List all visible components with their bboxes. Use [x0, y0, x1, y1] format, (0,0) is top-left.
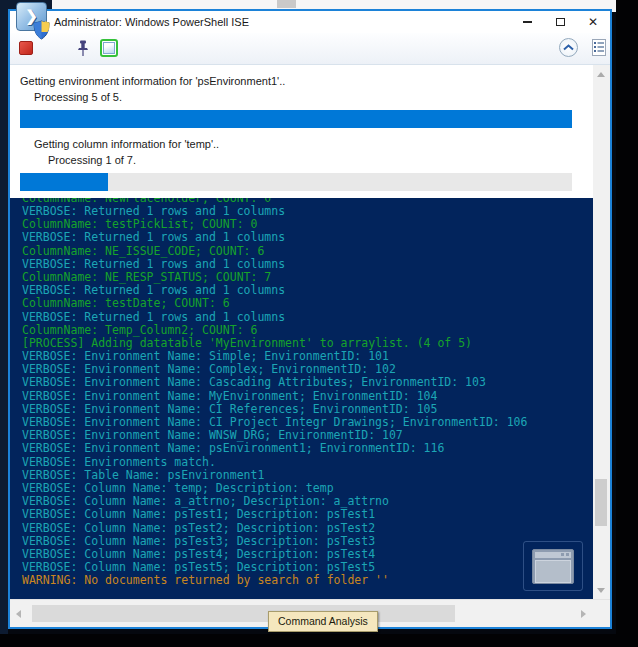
pin-button[interactable] — [76, 40, 90, 57]
progress-task: Getting column information for 'temp'.. … — [20, 138, 583, 191]
maximize-icon — [556, 18, 565, 26]
console-line: VERBOSE: Column Name: psTest2; Descripti… — [22, 522, 593, 535]
close-icon: ✕ — [588, 16, 598, 28]
desktop-backdrop: Administrator: Windows PowerShell ISE ✕ — [0, 0, 638, 647]
window-icon — [103, 42, 115, 54]
console-line: VERBOSE: Returned 1 rows and 1 columns — [22, 231, 593, 244]
minimize-icon — [523, 21, 532, 23]
console-line: VERBOSE: Environment Name: Cascading Att… — [22, 376, 593, 389]
progress-status: Processing 5 of 5. — [34, 91, 583, 103]
console-window-overlay — [523, 541, 583, 591]
scroll-left-icon[interactable] — [16, 610, 21, 618]
uac-shield-icon — [33, 20, 50, 40]
panel-toggle-button[interactable] — [592, 39, 606, 56]
background-tab-notch — [277, 0, 296, 8]
maximize-button[interactable] — [553, 15, 567, 29]
console-line: VERBOSE: Column Name: psTest1; Descripti… — [22, 508, 593, 521]
window-controls: ✕ — [520, 11, 600, 33]
float-window-toggle[interactable] — [100, 39, 118, 57]
collapse-button[interactable] — [559, 38, 578, 57]
progress-bar-fill — [20, 173, 108, 191]
progress-status: Processing 1 of 7. — [48, 154, 583, 166]
mini-window-icon — [532, 549, 574, 584]
console-line: VERBOSE: Column Name: psTest3; Descripti… — [22, 535, 593, 548]
mini-window-body — [535, 560, 571, 583]
progress-scrollbar[interactable] — [593, 65, 610, 198]
console-line: WARNING: No documents returned by search… — [22, 574, 593, 587]
chevron-up-icon — [563, 44, 574, 51]
progress-task: Getting environment information for 'psE… — [20, 75, 583, 128]
window-shadow-right — [616, 0, 638, 647]
console-row: ColumnName: NewPlaceholder; COUNT: 0VERB… — [10, 198, 610, 599]
scroll-up-icon[interactable] — [597, 72, 605, 77]
minimize-button[interactable] — [520, 15, 534, 29]
panel-list-icon — [592, 39, 606, 56]
progress-bar — [20, 110, 572, 128]
mini-window-dot — [566, 553, 569, 556]
progress-activity: Getting environment information for 'psE… — [20, 75, 583, 87]
tooltip-command-analysis: Command Analysis — [268, 611, 378, 632]
toolbar — [10, 33, 610, 65]
title-bar[interactable]: Administrator: Windows PowerShell ISE ✕ — [10, 11, 610, 33]
scrollbar-thumb[interactable] — [595, 479, 607, 526]
progress-bar — [20, 173, 572, 191]
mini-window-dot — [561, 553, 564, 556]
console-line: VERBOSE: Returned 1 rows and 1 columns — [22, 258, 593, 271]
console-line: ColumnName: NE_ISSUE_CODE; COUNT: 6 — [22, 245, 593, 258]
console-line: VERBOSE: Returned 1 rows and 1 columns — [22, 311, 593, 324]
console-line: VERBOSE: Environment Name: psEnvironment… — [22, 442, 593, 455]
window-shadow-bottom — [0, 634, 638, 647]
pushpin-icon — [76, 40, 90, 57]
background-left-strip — [0, 0, 8, 634]
scroll-right-icon[interactable] — [581, 610, 586, 618]
stop-button[interactable] — [19, 41, 33, 55]
progress-bar-fill — [20, 110, 572, 128]
console-line: VERBOSE: Environment Name: MyEnvironment… — [22, 390, 593, 403]
progress-activity: Getting column information for 'temp'.. — [34, 138, 583, 150]
powershell-ise-progress-window: Administrator: Windows PowerShell ISE ✕ — [8, 9, 612, 629]
console-line: VERBOSE: Environments match. — [22, 456, 593, 469]
console-line: ColumnName: testDate; COUNT: 6 — [22, 297, 593, 310]
mini-window-titlebar — [535, 552, 571, 558]
console-scrollbar[interactable] — [593, 198, 610, 599]
progress-pane: Getting environment information for 'psE… — [10, 65, 610, 198]
scroll-down-icon[interactable] — [597, 588, 605, 593]
console-output[interactable]: ColumnName: NewPlaceholder; COUNT: 0VERB… — [10, 198, 593, 599]
close-button[interactable]: ✕ — [586, 15, 600, 29]
console-line: ColumnName: Temp_Column2; COUNT: 6 — [22, 324, 593, 337]
scrollbar-thumb[interactable] — [32, 605, 455, 622]
tooltip-label: Command Analysis — [278, 615, 368, 627]
console-line: VERBOSE: Table Name: psEnvironment1 — [22, 469, 593, 482]
